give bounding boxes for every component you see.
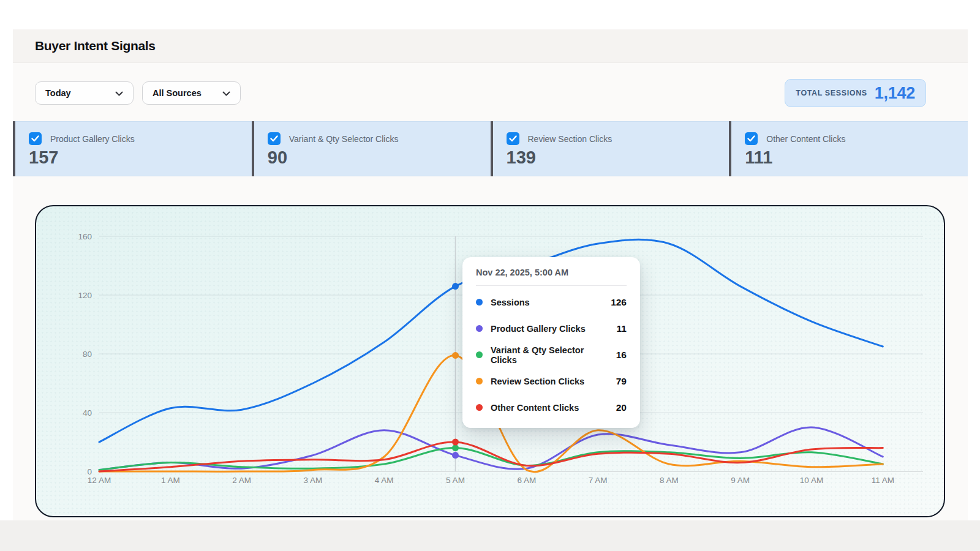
source-dropdown[interactable]: All Sources: [142, 81, 241, 105]
tooltip-row-variant-qty: Variant & Qty Selector Clicks 16: [476, 342, 627, 368]
x-tick-label-7-am: 7 AM: [589, 476, 608, 485]
tooltip-series-value: 126: [611, 297, 627, 308]
card-label: Variant & Qty Selector Clicks: [289, 134, 399, 144]
card-value: 157: [29, 148, 246, 168]
tooltip-series-name: Other Content Clicks: [491, 403, 579, 413]
card-value: 111: [745, 148, 962, 168]
filter-row: Today All Sources TOTAL SESSIONS 1,142: [13, 63, 968, 121]
x-tick-label-8-am: 8 AM: [660, 476, 679, 485]
y-tick-label-80: 80: [83, 350, 92, 359]
x-tick-label-12-am: 12 AM: [88, 476, 111, 485]
chart-card: 0408012016012 AM1 AM2 AM3 AM4 AM5 AM6 AM…: [35, 205, 945, 517]
tooltip-series-name: Sessions: [491, 298, 530, 307]
tooltip-series-name: Product Gallery Clicks: [491, 324, 586, 334]
series-dot-variant-qty: [476, 351, 483, 358]
x-tick-label-3-am: 3 AM: [304, 476, 323, 485]
y-tick-label-0: 0: [87, 467, 92, 476]
tooltip-title: Nov 22, 2025, 5:00 AM: [476, 268, 627, 277]
card-value: 139: [507, 148, 723, 168]
x-tick-label-5-am: 5 AM: [446, 476, 465, 485]
hover-dot-variant-qty-selector-clicks: [452, 444, 459, 451]
tooltip-series-value: 79: [616, 376, 627, 387]
checkbox-variant-qty[interactable]: [268, 132, 281, 145]
chart-tooltip: Nov 22, 2025, 5:00 AM Sessions 126 Produ…: [462, 257, 640, 428]
y-tick-label-120: 120: [78, 291, 92, 300]
tooltip-row-product-gallery: Product Gallery Clicks 11: [476, 315, 627, 342]
checkbox-other-content[interactable]: [745, 132, 758, 145]
card-label: Product Gallery Clicks: [50, 134, 135, 144]
date-range-dropdown[interactable]: Today: [35, 81, 134, 105]
checkbox-product-gallery[interactable]: [29, 132, 42, 145]
x-tick-label-2-am: 2 AM: [232, 476, 251, 485]
total-sessions-badge: TOTAL SESSIONS 1,142: [785, 79, 926, 107]
y-tick-label-40: 40: [83, 408, 92, 418]
card-label: Review Section Clicks: [528, 134, 612, 144]
x-tick-label-11-am: 11 AM: [872, 476, 894, 485]
chevron-down-icon: [115, 88, 123, 99]
tooltip-series-value: 11: [617, 323, 627, 334]
metric-card-product-gallery: Product Gallery Clicks 157: [15, 121, 252, 176]
metric-card-variant-qty: Variant & Qty Selector Clicks 90: [254, 121, 491, 176]
tooltip-series-name: Variant & Qty Selector Clicks: [491, 345, 608, 365]
tooltip-row-sessions: Sessions 126: [476, 289, 627, 315]
series-dot-review-section: [476, 378, 483, 384]
series-dot-sessions: [476, 299, 483, 305]
checkbox-review-section[interactable]: [507, 132, 519, 145]
tooltip-series-value: 20: [616, 402, 627, 413]
card-value: 90: [268, 148, 484, 168]
metric-card-other-content: Other Content Clicks 111: [731, 121, 968, 176]
metric-cards-row: Product Gallery Clicks 157 Variant & Qty…: [13, 121, 968, 176]
source-value: All Sources: [153, 88, 202, 98]
date-range-value: Today: [45, 88, 71, 98]
tooltip-series-value: 16: [616, 350, 627, 361]
total-sessions-label: TOTAL SESSIONS: [796, 89, 867, 97]
card-label: Other Content Clicks: [766, 134, 845, 144]
x-tick-label-10-am: 10 AM: [800, 476, 823, 485]
chevron-down-icon: [222, 88, 230, 99]
tooltip-series-name: Review Section Clicks: [491, 377, 584, 386]
y-tick-label-160: 160: [78, 232, 92, 241]
tooltip-row-other-content: Other Content Clicks 20: [476, 394, 627, 421]
hover-dot-product-gallery-clicks: [452, 452, 459, 459]
hover-dot-review-section-clicks: [452, 352, 459, 359]
title-band: Buyer Intent Signals: [13, 29, 968, 63]
metric-card-review-section: Review Section Clicks 139: [493, 121, 729, 176]
x-tick-label-6-am: 6 AM: [517, 476, 536, 485]
page-title: Buyer Intent Signals: [35, 39, 156, 53]
hover-dot-sessions: [452, 283, 459, 290]
x-tick-label-9-am: 9 AM: [731, 476, 750, 485]
main-panel: Buyer Intent Signals Today All Sources T…: [13, 29, 968, 520]
tooltip-divider: [476, 285, 627, 286]
bottom-band: [0, 520, 980, 551]
series-dot-product-gallery: [476, 325, 483, 332]
x-tick-label-1-am: 1 AM: [161, 476, 180, 485]
x-tick-label-4-am: 4 AM: [375, 476, 394, 485]
total-sessions-value: 1,142: [875, 84, 915, 103]
hover-dot-other-content-clicks: [452, 439, 459, 446]
tooltip-row-review-section: Review Section Clicks 79: [476, 368, 627, 394]
series-dot-other-content: [476, 404, 483, 411]
